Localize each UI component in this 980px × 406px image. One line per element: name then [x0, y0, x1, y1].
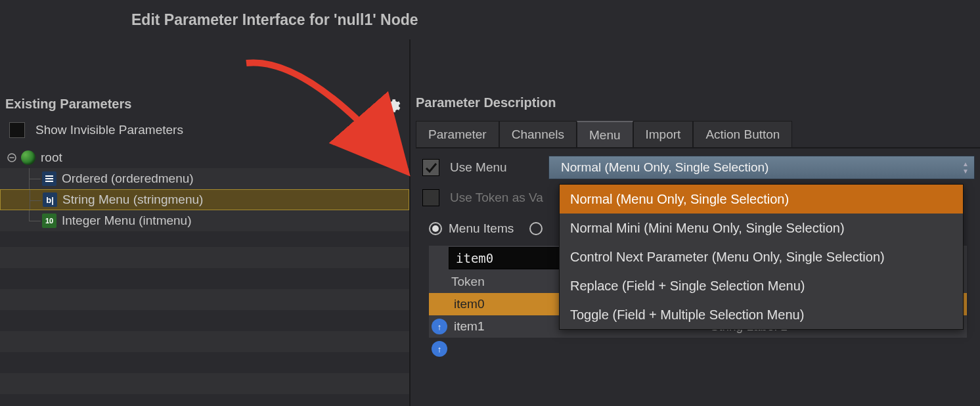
tree-item-ordered[interactable]: Ordered (orderedmenu) — [0, 168, 409, 189]
dropdown-option[interactable]: Control Next Parameter (Menu Only, Singl… — [560, 242, 963, 271]
show-invisible-checkbox[interactable] — [9, 122, 25, 138]
gear-icon[interactable] — [382, 95, 403, 116]
use-token-label: Use Token as Va — [450, 191, 543, 205]
dropdown-option[interactable]: Normal (Menu Only, Single Selection) — [560, 185, 963, 214]
dropdown-option[interactable]: Toggle (Field + Multiple Selection Menu) — [560, 300, 963, 329]
tree-item-label: String Menu (stringmenu) — [62, 192, 203, 207]
menu-items-radio-label: Menu Items — [449, 221, 514, 236]
tab-bar: Parameter Channels Menu Import Action Bu… — [416, 121, 980, 148]
window-title: Edit Parameter Interface for 'null1' Nod… — [0, 0, 980, 39]
menu-type-dropdown[interactable]: Normal (Menu Only, Single Selection) ▲▼ — [548, 156, 975, 179]
dropdown-selected-text: Normal (Menu Only, Single Selection) — [561, 160, 768, 175]
parameter-description-panel: Parameter Description Parameter Channels… — [409, 39, 980, 406]
tree-item-intmenu[interactable]: 10 Integer Menu (intmenu) — [0, 210, 409, 231]
string-icon: b| — [43, 192, 57, 207]
tab-menu[interactable]: Menu — [577, 121, 633, 147]
svg-rect-3 — [45, 178, 53, 179]
dropdown-option[interactable]: Normal Mini (Mini Menu Only, Single Sele… — [560, 214, 963, 242]
menu-items-radio[interactable] — [429, 222, 442, 235]
show-invisible-label: Show Invisible Parameters — [35, 123, 183, 137]
tab-action-button[interactable]: Action Button — [693, 121, 792, 147]
parameter-tree: root Ordered (orderedmenu) b| String Men… — [0, 147, 409, 231]
dropdown-option[interactable]: Replace (Field + Single Selection Menu) — [560, 271, 963, 300]
parameter-description-header: Parameter Description — [416, 95, 556, 110]
use-menu-label: Use Menu — [450, 160, 535, 175]
collapse-icon[interactable] — [7, 152, 17, 163]
existing-parameters-header: Existing Parameters — [0, 93, 131, 115]
tree-item-label: Ordered (orderedmenu) — [62, 171, 194, 186]
tab-import[interactable]: Import — [633, 121, 694, 147]
tree-root[interactable]: root — [0, 147, 409, 168]
arrow-up-icon[interactable]: ↑ — [432, 319, 447, 334]
tree-root-label: root — [41, 150, 62, 165]
tab-parameter[interactable]: Parameter — [416, 121, 499, 147]
use-token-checkbox[interactable] — [422, 189, 439, 206]
table-row-empty[interactable]: ↑ — [429, 338, 967, 360]
svg-rect-4 — [45, 181, 53, 182]
globe-icon — [21, 150, 35, 165]
chevron-up-down-icon: ▲▼ — [962, 160, 969, 175]
tree-item-label: Integer Menu (intmenu) — [62, 214, 192, 228]
integer-icon: 10 — [42, 214, 56, 228]
list-icon — [42, 171, 56, 186]
window-title-text: Edit Parameter Interface for 'null1' Nod… — [131, 11, 418, 29]
menu-script-radio[interactable] — [529, 222, 543, 235]
existing-parameters-panel: Existing Parameters Show Invisible Param… — [0, 39, 409, 406]
arrow-up-icon[interactable]: ↑ — [432, 341, 447, 357]
menu-type-dropdown-popup: Normal (Menu Only, Single Selection) Nor… — [559, 184, 964, 330]
use-menu-checkbox[interactable] — [422, 159, 439, 176]
tab-channels[interactable]: Channels — [499, 121, 577, 147]
tree-item-stringmenu[interactable]: b| String Menu (stringmenu) — [0, 189, 409, 210]
svg-rect-2 — [45, 175, 53, 177]
